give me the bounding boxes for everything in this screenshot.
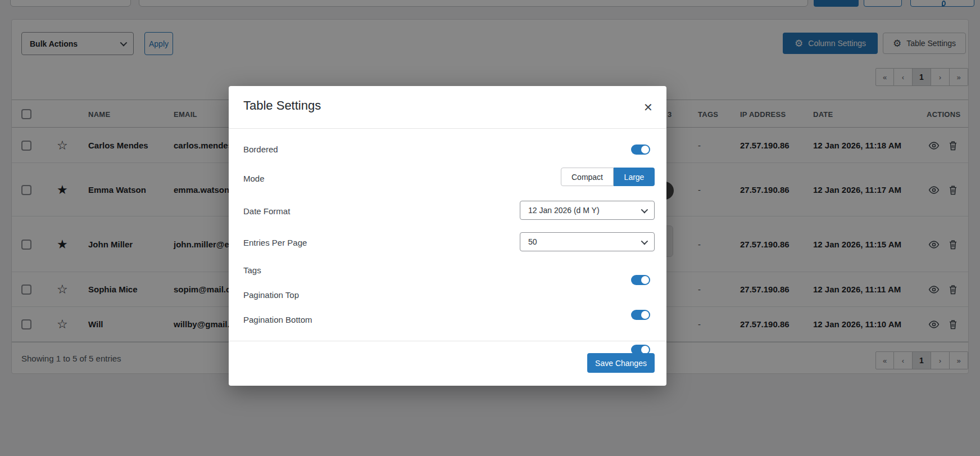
- toggle-knob: [641, 311, 649, 319]
- chevron-down-icon: [641, 206, 648, 213]
- entries-per-page-value: 50: [528, 237, 537, 246]
- bordered-toggle[interactable]: [631, 145, 650, 155]
- toggle-knob: [641, 346, 649, 354]
- bordered-label: Bordered: [243, 145, 278, 154]
- divider: [229, 341, 666, 341]
- pagination-top-toggle[interactable]: [631, 310, 650, 320]
- app-root: Bulk Actions Apply ⚙ Column Settings ⚙ T…: [0, 0, 980, 456]
- date-format-select[interactable]: 12 Jan 2026 (d M Y): [520, 201, 655, 220]
- entries-per-page-label: Entries Per Page: [243, 238, 307, 247]
- date-format-value: 12 Jan 2026 (d M Y): [528, 206, 600, 215]
- tags-toggle[interactable]: [631, 275, 650, 285]
- mode-label: Mode: [243, 174, 265, 183]
- table-settings-modal: Table Settings ✕ Bordered Mode Compact L…: [229, 86, 666, 386]
- mode-large-button[interactable]: Large: [614, 168, 655, 186]
- toggle-knob: [641, 276, 649, 284]
- modal-title: Table Settings: [243, 98, 321, 113]
- entries-per-page-select[interactable]: 50: [520, 232, 655, 251]
- save-changes-button[interactable]: Save Changes: [587, 353, 655, 373]
- mode-segmented-control: Compact Large: [561, 168, 655, 186]
- pagination-top-label: Pagination Top: [243, 290, 299, 300]
- pagination-bottom-label: Pagination Bottom: [243, 315, 312, 324]
- tags-label: Tags: [243, 265, 261, 275]
- date-format-label: Date Format: [243, 206, 290, 216]
- chevron-down-icon: [641, 237, 648, 245]
- toggle-knob: [641, 146, 649, 153]
- divider: [229, 128, 666, 129]
- close-icon[interactable]: ✕: [643, 101, 653, 114]
- mode-compact-button[interactable]: Compact: [561, 168, 614, 186]
